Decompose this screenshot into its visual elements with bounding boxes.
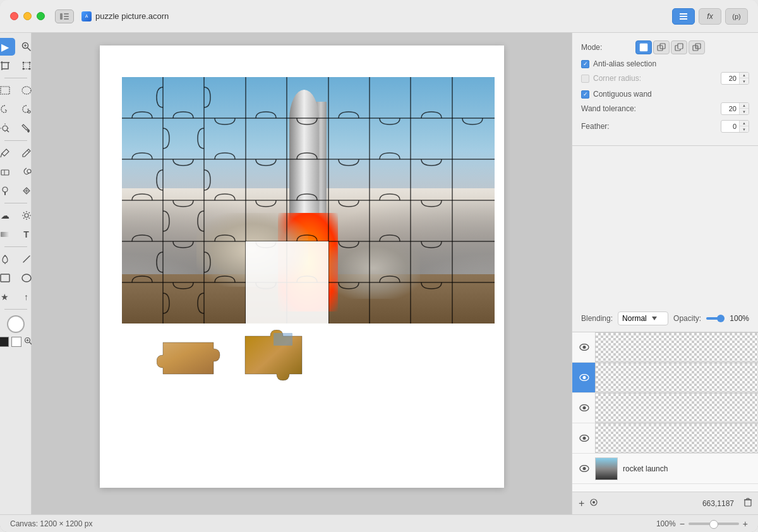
pen-tool[interactable] xyxy=(0,250,15,268)
left-toolbar: ▶ xyxy=(0,33,32,514)
tool-row-3 xyxy=(0,82,37,99)
delete-layer-button[interactable] xyxy=(744,498,752,509)
opacity-slider[interactable] xyxy=(706,317,725,320)
zoom-level: 100% xyxy=(656,519,676,528)
titlebar: A puzzle picture.acorn fx (p) xyxy=(0,0,758,33)
tool-separator-1 xyxy=(4,78,27,78)
magic-wand-tool[interactable] xyxy=(0,119,15,137)
cloud-tool[interactable]: ☁ xyxy=(0,207,15,224)
tool-row-12 xyxy=(0,269,37,287)
feather-field: 0 ▲ ▼ xyxy=(721,120,749,133)
add-layer-button[interactable]: + xyxy=(579,499,584,509)
color-circle[interactable] xyxy=(7,315,25,333)
wand-tolerance-step-down[interactable]: ▼ xyxy=(740,109,749,114)
dodge-tool[interactable] xyxy=(0,182,15,200)
feather-row: Feather: 0 ▲ ▼ xyxy=(581,120,749,133)
status-bar: Canvas: 1200 × 1200 px 100% − + xyxy=(0,514,758,532)
blending-row: Blending: Normal Opacity: 100% xyxy=(572,305,758,332)
tool-row-10: T xyxy=(0,226,37,243)
mode-add-button[interactable] xyxy=(653,40,670,54)
floating-piece-2 xyxy=(239,330,308,392)
tool-separator-5 xyxy=(4,309,27,310)
layers-inspector-button[interactable] xyxy=(672,8,695,25)
layer-item[interactable]: puzzle piece #1 xyxy=(572,393,758,423)
corner-radius-step-down[interactable]: ▼ xyxy=(740,78,749,84)
blending-select[interactable]: Normal xyxy=(618,311,668,325)
text-inspector-button[interactable]: (p) xyxy=(725,8,748,25)
layer-visibility-icon[interactable] xyxy=(579,342,590,353)
tool-row-1: ▶ xyxy=(0,38,37,56)
tool-row-9: ☁ xyxy=(0,207,37,224)
minimize-button[interactable] xyxy=(23,12,32,20)
mode-subtract-button[interactable] xyxy=(671,40,687,54)
close-button[interactable] xyxy=(10,12,18,20)
svg-line-45 xyxy=(28,218,30,219)
sidebar-toggle-button[interactable] xyxy=(55,9,74,23)
mode-replace-button[interactable] xyxy=(635,40,652,54)
rect-marquee-tool[interactable] xyxy=(0,82,15,99)
main-content: ▶ xyxy=(0,33,758,514)
svg-rect-4 xyxy=(680,13,687,15)
feather-step-down[interactable]: ▼ xyxy=(740,126,749,132)
tool-row-7 xyxy=(0,163,37,181)
layer-item[interactable]: rocket launch xyxy=(572,454,758,484)
layer-item[interactable]: puzzle piece #3 xyxy=(572,332,758,363)
corner-radius-checkbox[interactable] xyxy=(581,75,589,83)
rect-shape-tool[interactable] xyxy=(0,269,15,287)
star-shape-tool[interactable]: ★ xyxy=(0,288,15,306)
canvas-info: Canvas: 1200 × 1200 px xyxy=(10,519,92,528)
layer-visibility-icon[interactable] xyxy=(579,402,590,414)
zoom-out-button[interactable]: − xyxy=(680,519,685,529)
svg-point-17 xyxy=(22,62,24,64)
layer-item-selected[interactable]: puzzle piece #2 xyxy=(572,363,758,393)
corner-radius-input[interactable]: 20 ▲ ▼ xyxy=(721,72,749,85)
svg-line-30 xyxy=(1,154,2,157)
svg-rect-11 xyxy=(2,63,8,69)
fx-inspector-button[interactable]: fx xyxy=(699,8,721,25)
fx-label: fx xyxy=(707,12,713,21)
status-zoom: 100% − + xyxy=(656,519,748,529)
svg-rect-71 xyxy=(274,333,292,346)
zoom-in-button[interactable]: + xyxy=(743,519,748,529)
crop-tool[interactable] xyxy=(0,57,15,75)
zoom-slider[interactable] xyxy=(689,523,739,525)
svg-rect-70 xyxy=(246,241,328,323)
feather-input[interactable]: 0 ▲ ▼ xyxy=(721,120,749,133)
feather-step-up[interactable]: ▲ xyxy=(740,121,749,126)
foreground-color[interactable] xyxy=(0,337,9,347)
select-tool[interactable]: ▶ xyxy=(0,38,15,56)
blending-value: Normal xyxy=(622,314,647,323)
eyedropper-tool[interactable] xyxy=(0,144,15,162)
layer-visibility-icon[interactable] xyxy=(579,433,590,444)
svg-line-50 xyxy=(23,256,30,262)
background-color[interactable] xyxy=(11,337,21,347)
svg-line-44 xyxy=(23,212,25,214)
corner-radius-step-up[interactable]: ▲ xyxy=(740,73,749,78)
mode-buttons xyxy=(635,40,705,54)
layer-settings-button[interactable] xyxy=(589,498,598,509)
corner-radius-value: 20 xyxy=(721,75,739,82)
anti-alias-checkbox[interactable] xyxy=(581,60,589,68)
corner-radius-label: Corner radius: xyxy=(593,74,641,83)
corner-radius-row: Corner radius: 20 ▲ ▼ xyxy=(581,72,749,85)
layer-visibility-icon[interactable] xyxy=(579,372,590,384)
svg-point-88 xyxy=(583,437,586,440)
wand-tolerance-field: 20 ▲ ▼ xyxy=(721,102,749,115)
maximize-button[interactable] xyxy=(37,12,45,20)
contiguous-wand-checkbox[interactable] xyxy=(581,90,589,99)
eraser-tool[interactable] xyxy=(0,163,15,181)
anti-alias-row: Anti-alias selection xyxy=(581,59,749,68)
svg-rect-72 xyxy=(640,44,647,51)
wand-tolerance-step-up[interactable]: ▲ xyxy=(740,103,749,109)
mode-intersect-button[interactable] xyxy=(689,40,705,54)
layer-item[interactable]: puzzle xyxy=(572,423,758,454)
wand-tolerance-input[interactable]: 20 ▲ ▼ xyxy=(721,102,749,115)
tool-row-11 xyxy=(0,250,37,268)
layer-visibility-icon[interactable] xyxy=(579,463,590,475)
gradient-tool[interactable] xyxy=(0,226,15,243)
svg-point-39 xyxy=(25,214,28,217)
lasso-tool[interactable] xyxy=(0,100,15,118)
canvas-area[interactable] xyxy=(32,33,572,514)
svg-line-46 xyxy=(28,212,30,214)
svg-point-90 xyxy=(583,467,586,470)
